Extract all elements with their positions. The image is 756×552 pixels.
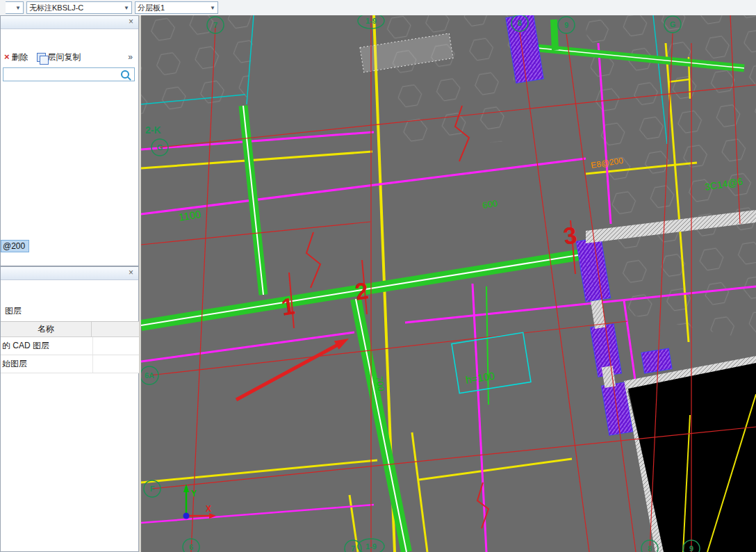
attribute-toolbar: × 删除 层间复制 » [1, 48, 138, 66]
name-column-header: 名称 [1, 322, 92, 336]
svg-text:7: 7 [351, 544, 355, 552]
svg-text:9: 9 [564, 21, 568, 29]
layer-slab-value: 分层板1 [138, 3, 165, 13]
cad-canvas[interactable]: 1100 600 700 h=100 3C14@6 E8@200 2-K 1 2… [141, 15, 756, 552]
chevron-down-icon: ▼ [124, 5, 129, 11]
svg-text:G: G [670, 20, 676, 29]
grid-label: 2-K [145, 124, 161, 136]
attribute-panel-header: × [1, 16, 138, 29]
layer-section-label: 图层 [5, 305, 22, 317]
layer-table: 名称 的 CAD 图层 始图层 [1, 321, 139, 373]
svg-text:1-9: 1-9 [365, 17, 377, 25]
table-row[interactable]: 的 CAD 图层 [1, 337, 139, 355]
svg-text:6: 6 [189, 543, 193, 551]
cad-layer-panel: × 图层 名称 的 CAD 图层 始图层 [0, 266, 139, 552]
delete-label: 删除 [12, 51, 28, 63]
chevron-down-icon: ▼ [210, 5, 215, 11]
svg-text:9: 9 [689, 544, 693, 552]
cad-viewport[interactable]: 1100 600 700 h=100 3C14@6 E8@200 2-K 1 2… [141, 15, 756, 552]
close-icon[interactable]: × [126, 17, 136, 27]
svg-text:6A: 6A [145, 371, 154, 380]
layer-row-label: 始图层 [1, 355, 93, 373]
layer-copy-label: 层间复制 [48, 51, 81, 63]
search-icon[interactable] [121, 70, 129, 79]
close-icon[interactable]: × [126, 268, 136, 278]
layer-slab-dropdown[interactable]: 分层板1 ▼ [135, 1, 218, 14]
table-row[interactable]: 始图层 [1, 355, 139, 373]
application-window: ▼ 无标注KBSLJ-C ▼ 分层板1 ▼ × × 删除 层间复制 [0, 0, 756, 552]
svg-text:F: F [150, 485, 155, 493]
cad-layer-panel-header: × [1, 267, 138, 280]
delete-button[interactable]: × 删除 [2, 50, 31, 65]
search-box [3, 67, 135, 81]
layer-table-header: 名称 [1, 322, 139, 337]
chevron-down-icon: ▼ [15, 5, 21, 11]
layer-copy-button[interactable]: 层间复制 [35, 50, 83, 65]
svg-text:8: 8 [648, 544, 652, 552]
x-axis-label: X [206, 504, 211, 514]
search-input[interactable] [3, 68, 121, 81]
svg-text:7: 7 [213, 21, 217, 29]
delete-icon: × [4, 54, 10, 60]
svg-text:8: 8 [518, 19, 522, 27]
slab-type-value: 无标注KBSLJ-C [29, 3, 83, 13]
attribute-panel: × × 删除 层间复制 » @200 [0, 15, 139, 266]
top-toolbar: ▼ 无标注KBSLJ-C ▼ 分层板1 ▼ [0, 0, 756, 16]
selected-rebar-item[interactable]: @200 [1, 240, 29, 252]
slab-type-dropdown[interactable]: 无标注KBSLJ-C ▼ [26, 1, 132, 14]
layer-row-label: 的 CAD 图层 [1, 337, 93, 355]
combo-truncated[interactable]: ▼ [6, 1, 24, 14]
y-axis-label: Y [191, 489, 197, 498]
left-sidebar: × × 删除 层间复制 » @200 × [0, 15, 139, 552]
svg-text:G: G [157, 143, 163, 152]
layer-copy-icon [37, 53, 46, 62]
svg-text:1-9: 1-9 [365, 542, 377, 551]
toolbar-overflow-button[interactable]: » [128, 52, 133, 62]
